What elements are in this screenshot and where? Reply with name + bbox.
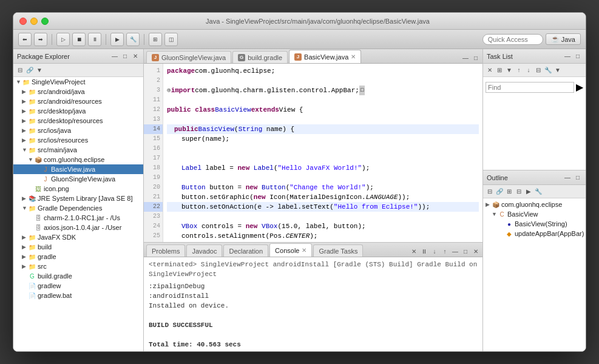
console-minimize-icon[interactable]: — (451, 247, 459, 255)
task-btn-7[interactable]: 🔧 (544, 66, 552, 75)
tree-label: src/android/java (38, 88, 85, 95)
quick-access-input[interactable] (482, 34, 543, 45)
close-button[interactable] (19, 18, 27, 25)
console-toolbar-icon-1[interactable]: ✕ (410, 247, 418, 255)
tree-item-src-main-java[interactable]: ▼ 📁 src/main/java (13, 145, 143, 155)
console-toolbar-icon-2[interactable]: ⏸ (420, 247, 428, 255)
outline-btn-3[interactable]: ⊞ (505, 187, 513, 196)
outline-minimize-icon[interactable]: — (563, 174, 572, 182)
tree-item-BasicView[interactable]: J BasicView.java (13, 164, 143, 174)
tab-declaration[interactable]: Declaration (223, 244, 268, 257)
toolbar-btn-6[interactable]: ▶ (110, 33, 124, 46)
tree-item-jre[interactable]: ▶ 📚 JRE System Library [Java SE 8] (13, 194, 143, 203)
toolbar-btn-9[interactable]: ◫ (164, 33, 178, 46)
outline-item-basicview[interactable]: ▼ C BasicView (483, 209, 586, 219)
code-content[interactable]: package com.gluonhq.eclipse; ⊕import com… (163, 64, 482, 242)
task-btn-4[interactable]: ↑ (515, 66, 523, 75)
toolbar-btn-1[interactable]: ⬅ (18, 33, 32, 46)
task-btn-2[interactable]: ⊞ (495, 66, 504, 75)
tree-item-build-gradle[interactable]: G build.gradle (13, 271, 143, 281)
tab-build-gradle[interactable]: G build.gradle (232, 51, 288, 63)
tab-javadoc[interactable]: Javadoc (186, 244, 222, 257)
code-line-6 (167, 115, 479, 124)
tree-item-src-android-java[interactable]: ▶ 📁 src/android/java (13, 87, 143, 96)
link-editor-icon[interactable]: 🔗 (25, 66, 34, 75)
toolbar-btn-4[interactable]: ⏹ (72, 33, 86, 46)
tree-item-gradlew-bat[interactable]: 📄 gradlew.bat (13, 291, 143, 300)
toolbar-btn-3[interactable]: ▷ (56, 33, 70, 46)
maximize-panel-icon[interactable]: □ (121, 52, 129, 61)
tree-item-src-ios-resources[interactable]: ▶ 📁 src/ios/resources (13, 135, 143, 145)
outline-maximize-icon[interactable]: □ (574, 174, 582, 182)
tab-console[interactable]: Console ✕ (269, 243, 312, 257)
editor-maximize-icon[interactable]: □ (472, 53, 480, 62)
console-line-2: :androidInstall (149, 291, 478, 301)
tree-item-src-ios-java[interactable]: ▶ 📁 src/ios/java (13, 126, 143, 135)
tab-close-icon[interactable]: ✕ (351, 53, 356, 60)
tree-item-gradle-deps[interactable]: ▼ 📁 Gradle Dependencies (13, 203, 143, 213)
console-toolbar-icon-4[interactable]: ↑ (441, 247, 449, 255)
task-minimize-icon[interactable]: — (563, 52, 572, 61)
toolbar-btn-7[interactable]: 🔧 (126, 33, 140, 46)
tree-item-SingleViewProject[interactable]: ▼ 📁 SingleViewProject (13, 77, 143, 87)
tab-gluonsingleview[interactable]: J GluonSingleView.java (146, 51, 231, 63)
tree-item-gradlew[interactable]: 📄 gradlew (13, 281, 143, 291)
console-toolbar-icon-3[interactable]: ↓ (430, 247, 439, 255)
tree-item-src-android-resources[interactable]: ▶ 📁 src/android/resources (13, 96, 143, 106)
console-content: <terminated> SingleViewProject androidIn… (144, 257, 482, 351)
tree-item-axios-jar[interactable]: 🗄 axios.json-1.0.4.jar - /User (13, 223, 143, 232)
outline-toolbar: ⊟ 🔗 ⊞ ⊟ ▶ 🔧 (483, 185, 586, 198)
close-panel-icon[interactable]: ✕ (131, 52, 140, 61)
tree-item-icon-png[interactable]: 🖼 icon.png (13, 184, 143, 194)
console-maximize-icon[interactable]: □ (461, 247, 470, 255)
task-btn-8[interactable]: ▼ (553, 66, 562, 75)
task-btn-3[interactable]: ▼ (505, 66, 513, 75)
jar-icon: 🗄 (34, 223, 42, 232)
toolbar-btn-8[interactable]: ⊞ (149, 33, 162, 46)
tree-item-src[interactable]: ▶ 📁 src (13, 261, 143, 271)
toolbar-btn-5[interactable]: ⏸ (88, 33, 101, 46)
folder-icon: 📁 (28, 97, 36, 106)
explorer-menu-icon[interactable]: ▼ (35, 66, 44, 75)
outline-btn-2[interactable]: 🔗 (495, 187, 504, 196)
task-find-input[interactable] (486, 82, 574, 93)
console-close-icon[interactable]: ✕ (472, 247, 480, 255)
console-tab-close[interactable]: ✕ (302, 247, 306, 254)
arrow-icon: ▶ (22, 195, 28, 201)
java-perspective-button[interactable]: ☕ Java (546, 33, 581, 45)
editor-minimize-icon[interactable]: — (461, 53, 470, 62)
task-btn-6[interactable]: ⊟ (534, 66, 543, 75)
outline-constructor-label: BasicView(String) (515, 220, 567, 228)
tree-item-src-desktop-resources[interactable]: ▶ 📁 src/desktop/resources (13, 116, 143, 126)
task-btn-5[interactable]: ↓ (524, 66, 533, 75)
tree-item-javafx[interactable]: ▶ 📁 JavaFX SDK (13, 232, 143, 242)
outline-btn-6[interactable]: 🔧 (534, 187, 543, 196)
code-editor[interactable]: 1 2 3 11 12 13 14 15 16 17 18 19 20 21 (144, 64, 482, 242)
tree-item-build[interactable]: ▶ 📁 build (13, 242, 143, 252)
outline-item-constructor[interactable]: ● BasicView(String) (483, 219, 586, 229)
maximize-button[interactable] (41, 18, 49, 25)
outline-btn-4[interactable]: ⊟ (515, 187, 523, 196)
task-all-btn[interactable]: All (585, 84, 586, 90)
task-btn-1[interactable]: ✕ (486, 66, 494, 75)
tree-label: axios.json-1.0.4.jar - /User (44, 224, 121, 231)
tree-item-charm-jar[interactable]: 🗄 charm-2.1.0-RC1.jar - /Us (13, 213, 143, 223)
outline-btn-5[interactable]: ▶ (524, 187, 533, 196)
minimize-button[interactable] (30, 18, 38, 25)
tree-item-gradle[interactable]: ▶ 📁 gradle (13, 252, 143, 261)
minimize-panel-icon[interactable]: — (110, 52, 119, 61)
outline-btn-1[interactable]: ⊟ (486, 187, 494, 196)
tree-item-GluonSingleView[interactable]: J GluonSingleView.java (13, 174, 143, 184)
tree-item-com-gluonhq[interactable]: ▼ 📦 com.gluonhq.eclipse (13, 155, 143, 164)
explorer-tree: ▼ 📁 SingleViewProject ▶ 📁 src/android/ja… (13, 77, 143, 351)
tab-basicview[interactable]: J BasicView.java ✕ (289, 50, 361, 63)
task-maximize-icon[interactable]: □ (574, 52, 582, 61)
tab-gradle-tasks[interactable]: Gradle Tasks (313, 244, 363, 257)
folder-icon: 📁 (28, 107, 36, 115)
outline-item-package[interactable]: ▶ 📦 com.gluonhq.eclipse (483, 200, 586, 209)
toolbar-btn-2[interactable]: ➡ (34, 33, 47, 46)
tab-problems[interactable]: Problems (146, 244, 185, 257)
tree-item-src-desktop-java[interactable]: ▶ 📁 src/desktop/java (13, 106, 143, 116)
collapse-all-icon[interactable]: ⊟ (16, 66, 24, 75)
outline-item-method[interactable]: ◆ updateAppBar(AppBar) : void (483, 229, 586, 238)
